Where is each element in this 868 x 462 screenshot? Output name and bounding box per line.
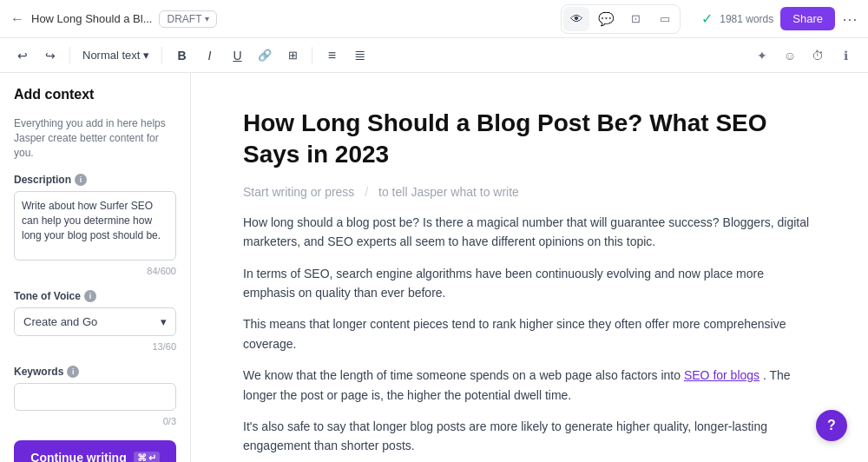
tone-char-count: 13/60 xyxy=(14,341,176,352)
sparkle-icon[interactable]: ✦ xyxy=(750,43,774,68)
keyboard-shortcut-hint: ⌘ ↵ xyxy=(134,452,160,462)
content-paragraph-2: In terms of SEO, search engine algorithm… xyxy=(243,264,816,303)
description-textarea[interactable]: Write about how Surfer SEO can help you … xyxy=(14,191,176,261)
enter-key-icon: ↵ xyxy=(148,452,156,462)
tone-value: Create and Go xyxy=(23,315,97,328)
italic-button[interactable]: I xyxy=(197,43,221,68)
keywords-info-icon: i xyxy=(67,366,79,378)
keywords-label: Keywords i xyxy=(14,366,176,378)
bold-button[interactable]: B xyxy=(169,43,194,68)
description-char-count: 84/600 xyxy=(14,266,176,276)
tone-label: Tone of Voice i xyxy=(14,290,176,302)
draft-chevron-icon: ▾ xyxy=(205,14,209,23)
main-layout: Add context Everything you add in here h… xyxy=(0,73,868,462)
back-icon[interactable]: ← xyxy=(10,11,24,27)
keywords-char-count: 0/3 xyxy=(14,416,176,426)
description-label: Description i xyxy=(14,174,176,186)
view-icon-image[interactable]: ⊡ xyxy=(622,7,648,31)
info-icon[interactable]: ℹ xyxy=(833,43,858,68)
document-title: How Long Should a Blog Post Be? What SEO… xyxy=(243,108,816,171)
text-style-label: Normal text xyxy=(82,49,140,62)
view-icon-layout[interactable]: ▭ xyxy=(652,7,678,31)
keywords-field-group: Keywords i 0/3 xyxy=(14,366,176,426)
tone-of-voice-field-group: Tone of Voice i Create and Go ▾ 13/60 xyxy=(14,290,176,352)
content-paragraph-5: It's also safe to say that longer blog p… xyxy=(243,417,816,456)
numbered-list-button[interactable]: ≣ xyxy=(347,43,372,68)
text-style-chevron-icon: ▾ xyxy=(143,49,149,62)
view-icon-eye[interactable]: 👁 xyxy=(563,7,589,31)
sidebar-description-text: Everything you add in here helps Jasper … xyxy=(14,116,176,160)
editor-area[interactable]: How Long Should a Blog Post Be? What SEO… xyxy=(191,73,868,462)
share-button[interactable]: Share xyxy=(780,7,835,30)
sidebar-title: Add context xyxy=(14,87,176,102)
editor-toolbar: ↩ ↪ Normal text ▾ B I U 🔗 ⊞ ≡ ≣ ✦ ☺ ⏱ ℹ xyxy=(0,38,868,73)
tone-info-icon: i xyxy=(84,290,96,302)
check-status-icon: ✓ xyxy=(701,10,713,27)
top-nav: ← How Long Should a Bl... DRAFT ▾ 👁 💬 ⊡ … xyxy=(0,0,868,38)
content-paragraph-1: How long should a blog post be? Is there… xyxy=(243,213,816,252)
link-button[interactable]: 🔗 xyxy=(253,43,277,68)
more-options-icon[interactable]: ⋯ xyxy=(842,10,858,29)
view-icon-chat[interactable]: 💬 xyxy=(593,7,619,31)
sidebar-footer: Continue writing ⌘ ↵ xyxy=(14,440,176,462)
history-icon[interactable]: ⏱ xyxy=(806,43,830,68)
bullet-list-button[interactable]: ≡ xyxy=(319,43,344,68)
seo-for-blogs-link[interactable]: SEO for blogs xyxy=(684,368,760,382)
keywords-input[interactable] xyxy=(14,383,176,411)
slash-icon: / xyxy=(365,185,368,199)
draft-label: DRAFT xyxy=(167,13,201,25)
view-toggle-group: 👁 💬 ⊡ ▭ xyxy=(561,4,681,34)
para4-text: We know that the length of time someone … xyxy=(243,368,684,382)
help-fab[interactable]: ? xyxy=(816,410,847,441)
table-button[interactable]: ⊞ xyxy=(280,43,305,68)
description-field-group: Description i Write about how Surfer SEO… xyxy=(14,174,176,276)
description-info-icon: i xyxy=(75,174,87,186)
text-style-dropdown[interactable]: Normal text ▾ xyxy=(77,45,155,65)
tone-chevron-icon: ▾ xyxy=(161,315,167,328)
undo-button[interactable]: ↩ xyxy=(10,43,35,68)
editor-placeholder: Start writing or press / to tell Jasper … xyxy=(243,185,816,199)
tone-select-dropdown[interactable]: Create and Go ▾ xyxy=(14,307,176,336)
doc-title: How Long Should a Bl... xyxy=(31,12,152,25)
content-paragraph-4: We know that the length of time someone … xyxy=(243,366,816,405)
emoji-icon[interactable]: ☺ xyxy=(778,43,802,68)
content-paragraph-3: This means that longer content pieces te… xyxy=(243,314,816,353)
redo-button[interactable]: ↪ xyxy=(38,43,62,68)
continue-writing-label: Continue writing xyxy=(30,451,126,462)
underline-button[interactable]: U xyxy=(225,43,249,68)
continue-writing-button[interactable]: Continue writing ⌘ ↵ xyxy=(14,440,176,462)
draft-badge[interactable]: DRAFT ▾ xyxy=(159,10,217,28)
word-count: 1981 words xyxy=(720,13,773,25)
cmd-key-icon: ⌘ xyxy=(137,452,147,462)
sidebar: Add context Everything you add in here h… xyxy=(0,73,191,462)
